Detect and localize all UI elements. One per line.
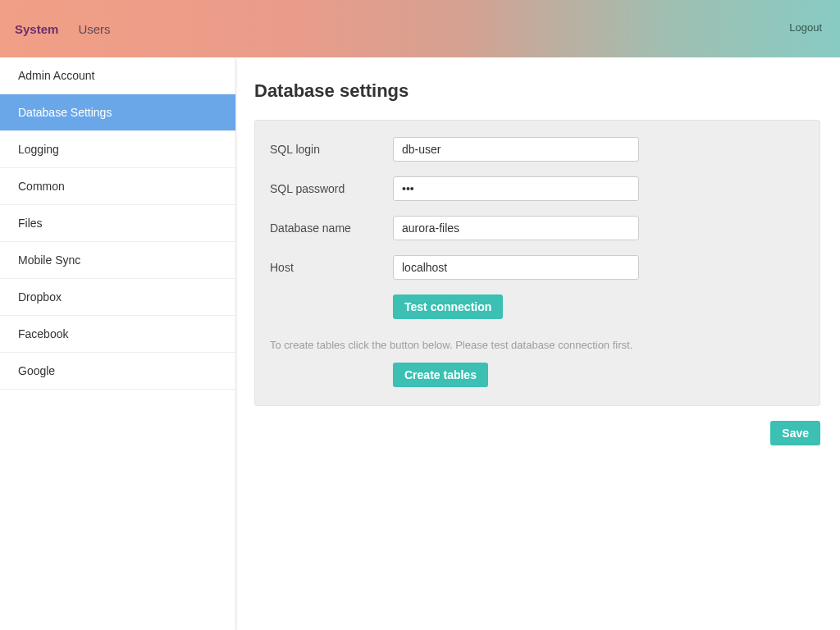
settings-panel: SQL login SQL password Database name Hos… xyxy=(254,120,820,406)
header: System Users Logout xyxy=(0,0,840,57)
input-host[interactable] xyxy=(393,255,639,280)
row-sql-login: SQL login xyxy=(270,137,805,162)
nav-tab-users[interactable]: Users xyxy=(78,22,110,36)
label-sql-login: SQL login xyxy=(270,143,393,156)
input-sql-login[interactable] xyxy=(393,137,639,162)
save-button[interactable]: Save xyxy=(770,421,820,445)
sidebar-item-database-settings[interactable]: Database Settings xyxy=(0,94,235,131)
page-title: Database settings xyxy=(254,80,820,102)
label-sql-password: SQL password xyxy=(270,182,393,195)
input-sql-password[interactable] xyxy=(393,176,639,201)
sidebar-item-admin-account[interactable]: Admin Account xyxy=(0,57,235,94)
label-host: Host xyxy=(270,261,393,274)
sidebar-item-common[interactable]: Common xyxy=(0,168,235,205)
main-content: Database settings SQL login SQL password… xyxy=(236,57,840,630)
save-row: Save xyxy=(254,421,820,445)
test-connection-row: Test connection xyxy=(393,294,805,319)
input-db-name[interactable] xyxy=(393,216,639,240)
row-sql-password: SQL password xyxy=(270,176,805,201)
sidebar-item-files[interactable]: Files xyxy=(0,205,235,242)
logout-link[interactable]: Logout xyxy=(789,21,822,34)
sidebar-item-logging[interactable]: Logging xyxy=(0,131,235,168)
body: Admin Account Database Settings Logging … xyxy=(0,57,840,630)
label-db-name: Database name xyxy=(270,221,393,235)
nav-tabs: System Users xyxy=(15,22,111,36)
row-db-name: Database name xyxy=(270,216,805,240)
sidebar: Admin Account Database Settings Logging … xyxy=(0,57,236,630)
sidebar-item-google[interactable]: Google xyxy=(0,353,235,390)
sidebar-item-facebook[interactable]: Facebook xyxy=(0,316,235,353)
create-tables-row: Create tables xyxy=(393,363,805,387)
test-connection-button[interactable]: Test connection xyxy=(393,294,503,319)
row-host: Host xyxy=(270,255,805,280)
sidebar-item-mobile-sync[interactable]: Mobile Sync xyxy=(0,242,235,279)
nav-tab-system[interactable]: System xyxy=(15,22,58,36)
sidebar-item-dropbox[interactable]: Dropbox xyxy=(0,279,235,316)
create-tables-button[interactable]: Create tables xyxy=(393,363,488,387)
create-tables-help: To create tables click the button below.… xyxy=(270,339,805,351)
